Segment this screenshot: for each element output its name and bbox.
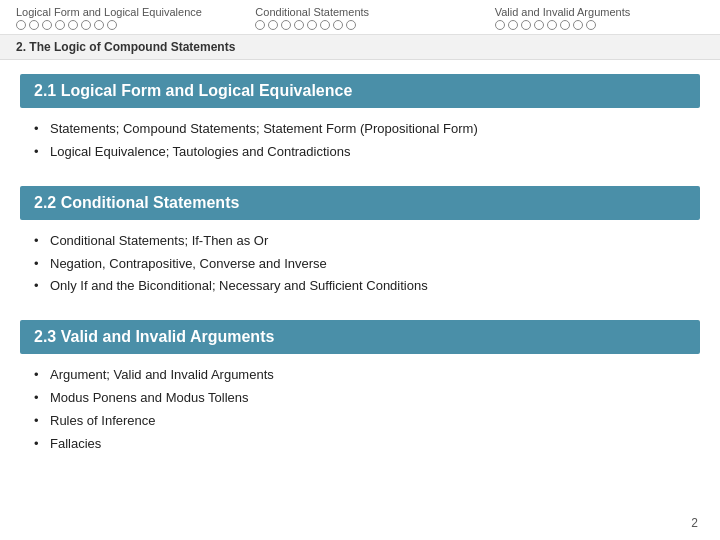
dot-3-4 (534, 20, 544, 30)
dot-3-6 (560, 20, 570, 30)
top-nav: Logical Form and Logical Equivalence Con… (0, 0, 720, 35)
nav-dots-3 (495, 20, 704, 30)
dot-3-8 (586, 20, 596, 30)
section-2-1: 2.1 Logical Form and Logical Equivalence… (20, 74, 700, 176)
list-item: Conditional Statements; If-Then as Or (34, 232, 700, 251)
dot-2-6 (320, 20, 330, 30)
dot-1-5 (68, 20, 78, 30)
nav-section-1-title: Logical Form and Logical Equivalence (16, 6, 225, 18)
list-item: Statements; Compound Statements; Stateme… (34, 120, 700, 139)
section-2-2-header: 2.2 Conditional Statements (20, 186, 700, 220)
list-item: Argument; Valid and Invalid Arguments (34, 366, 700, 385)
list-item: Fallacies (34, 435, 700, 454)
page-number: 2 (691, 516, 698, 530)
dot-2-8 (346, 20, 356, 30)
dot-3-7 (573, 20, 583, 30)
list-item: Negation, Contrapositive, Converse and I… (34, 255, 700, 274)
dot-3-1 (495, 20, 505, 30)
list-item: Only If and the Biconditional; Necessary… (34, 277, 700, 296)
dot-2-5 (307, 20, 317, 30)
nav-dots-1 (16, 20, 225, 30)
nav-section-conditional: Conditional Statements (255, 6, 464, 30)
dot-2-2 (268, 20, 278, 30)
dot-2-3 (281, 20, 291, 30)
dot-2-4 (294, 20, 304, 30)
nav-section-3-title: Valid and Invalid Arguments (495, 6, 704, 18)
section-2-3-header: 2.3 Valid and Invalid Arguments (20, 320, 700, 354)
dot-2-1 (255, 20, 265, 30)
dot-1-3 (42, 20, 52, 30)
dot-1-4 (55, 20, 65, 30)
nav-section-2-title: Conditional Statements (255, 6, 464, 18)
nav-dots-2 (255, 20, 464, 30)
section-2-3-bullets: Argument; Valid and Invalid Arguments Mo… (20, 362, 700, 467)
list-item: Logical Equivalence; Tautologies and Con… (34, 143, 700, 162)
nav-section-logical-form: Logical Form and Logical Equivalence (16, 6, 225, 30)
nav-section-valid-invalid: Valid and Invalid Arguments (495, 6, 704, 30)
dot-3-3 (521, 20, 531, 30)
dot-1-6 (81, 20, 91, 30)
main-content: 2.1 Logical Form and Logical Equivalence… (0, 60, 720, 488)
list-item: Rules of Inference (34, 412, 700, 431)
dot-3-2 (508, 20, 518, 30)
section-2-2-bullets: Conditional Statements; If-Then as Or Ne… (20, 228, 700, 311)
dot-1-8 (107, 20, 117, 30)
dot-1-1 (16, 20, 26, 30)
section-2-1-header: 2.1 Logical Form and Logical Equivalence (20, 74, 700, 108)
section-2-3: 2.3 Valid and Invalid Arguments Argument… (20, 320, 700, 467)
section-2-2: 2.2 Conditional Statements Conditional S… (20, 186, 700, 311)
dot-1-2 (29, 20, 39, 30)
breadcrumb: 2. The Logic of Compound Statements (0, 35, 720, 60)
dot-3-5 (547, 20, 557, 30)
list-item: Modus Ponens and Modus Tollens (34, 389, 700, 408)
dot-1-7 (94, 20, 104, 30)
dot-2-7 (333, 20, 343, 30)
section-2-1-bullets: Statements; Compound Statements; Stateme… (20, 116, 700, 176)
